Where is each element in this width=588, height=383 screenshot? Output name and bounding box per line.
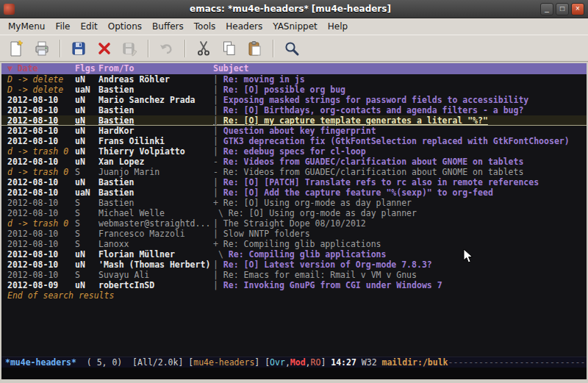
thread-prefix: | — [213, 74, 223, 85]
message-from: Michael Welle — [98, 208, 213, 218]
message-flags: uaN — [75, 187, 98, 198]
message-from: Xan Lopez — [98, 157, 213, 167]
subject-text: Re: [O] my capture template generates a … — [223, 115, 488, 126]
message-date-or-mark: 2012-08-10 — [1, 208, 75, 218]
subject-text: Re: [O] Using org-mode as day planner — [223, 198, 412, 208]
message-from: Andreas Röhler — [98, 74, 213, 85]
thread-prefix: | — [213, 136, 223, 146]
message-flags: uN — [75, 126, 98, 136]
menu-file[interactable]: File — [50, 19, 75, 34]
search-icon[interactable] — [280, 37, 304, 60]
window-title: emacs: *mu4e-headers* [mu4e-headers] — [44, 4, 537, 14]
menu-buffers[interactable]: Buffers — [147, 19, 189, 34]
message-from: Bastien — [98, 85, 213, 95]
toolbar — [0, 35, 588, 62]
modeline-bracket: [ — [265, 357, 270, 368]
message-subject: | Re: [O] Add the capture feature "%(sex… — [213, 187, 587, 198]
cut-icon[interactable] — [192, 37, 215, 60]
subject-text: Re: edebug specs for cl-loop — [223, 146, 366, 157]
print-icon[interactable] — [30, 37, 54, 60]
column-header-from[interactable]: From/To — [98, 63, 213, 74]
thread-prefix: | — [213, 85, 223, 95]
modeline-position: ( 5, 0) — [76, 357, 132, 368]
message-from: webmaster@straightd... — [98, 218, 213, 229]
message-subject: \ Re: Compiling glib applications — [213, 249, 587, 259]
menu-yasnippet[interactable]: YASnippet — [268, 19, 323, 34]
message-row[interactable]: 2012-08-10 uN 'Mash (Thomas Herbert) | R… — [1, 259, 587, 270]
save-as-icon[interactable] — [118, 37, 142, 60]
modeline: *mu4e-headers* ( 5, 0) [All/2.0k] [ mu4e… — [1, 357, 587, 368]
message-row[interactable]: D -> delete uaN Bastien | Re: [O] possib… — [1, 85, 587, 95]
kill-buffer-icon[interactable] — [93, 37, 116, 60]
thread-prefix: | — [213, 177, 223, 187]
minibuffer[interactable] — [1, 368, 587, 379]
message-from: Bastien — [98, 177, 213, 187]
message-row[interactable]: 2012-08-10 uN Mario Sanchez Prada | Expo… — [1, 95, 587, 105]
message-flags: S — [75, 218, 98, 229]
menu-tools[interactable]: Tools — [189, 19, 221, 34]
message-row[interactable]: 2012-08-10 uaN Bastien | Re: [O] Add the… — [1, 187, 587, 198]
message-subject: | The Straight Dope 08/10/2012 — [213, 218, 587, 229]
message-subject: | Exposing masked strings for password f… — [213, 95, 587, 105]
subject-text: Re: [O] [PATCH] Translate refs to rc als… — [223, 177, 539, 187]
mu4e-headers-buffer: ▼ Date Flgs From/To Subject D -> delete … — [1, 63, 587, 379]
column-header-subject[interactable]: Subject — [213, 63, 587, 74]
message-subject: | Re: edebug specs for cl-loop — [213, 146, 587, 157]
new-file-icon[interactable] — [4, 37, 28, 60]
thread-prefix: | — [213, 270, 223, 280]
thread-prefix: + — [213, 239, 223, 249]
message-row[interactable]: 2012-08-10 S Francesco Mazzoli | Slow NN… — [1, 229, 587, 239]
emacs-window: emacs: *mu4e-headers* [mu4e-headers] _ □… — [0, 0, 588, 383]
menu-headers[interactable]: Headers — [220, 19, 268, 34]
message-flags: uN — [75, 115, 98, 126]
message-flags: S — [75, 167, 98, 177]
subject-text: Re: Compiling glib applications — [223, 239, 381, 249]
message-row[interactable]: d -> trash 0 S Juanjo Marin - Re: Videos… — [1, 167, 587, 177]
message-row[interactable]: d -> trash 0 uN Thierry Volpiatto | Re: … — [1, 146, 587, 157]
message-flags: S — [75, 270, 98, 280]
message-row[interactable]: 2012-08-10 S Suvayu Ali | Re: Emacs for … — [1, 270, 587, 280]
column-header-flags[interactable]: Flgs — [75, 63, 98, 74]
message-row[interactable]: D -> delete uN Andreas Röhler | Re: movi… — [1, 74, 587, 85]
message-row[interactable]: 2012-08-10 S Lanoxx + Re: Compiling glib… — [1, 239, 587, 249]
message-row[interactable]: 2012-08-10 uN Bastien | Re: [O] [PATCH] … — [1, 177, 587, 187]
paste-icon[interactable] — [243, 37, 267, 60]
close-button[interactable]: × — [571, 3, 584, 15]
thread-prefix: | — [213, 280, 223, 290]
menubar: MyMenu File Edit Options Buffers Tools H… — [0, 18, 588, 35]
message-row[interactable]: 2012-08-10 uN Frans Oilinki | GTK3 depre… — [1, 136, 587, 146]
message-row[interactable]: 2012-08-10 uN Xan Lopez - Re: Videos fro… — [1, 157, 587, 167]
message-row[interactable]: 2012-08-10 S Michael Welle \ Re: [O] Usi… — [1, 208, 587, 218]
thread-prefix: | — [213, 259, 223, 270]
menu-help[interactable]: Help — [323, 19, 353, 34]
thread-prefix: | — [213, 218, 223, 229]
subject-text: Question about key fingerprint — [223, 126, 376, 136]
toolbar-separator — [184, 40, 186, 57]
message-from: 'Mash (Thomas Herbert) — [98, 259, 213, 270]
message-row[interactable]: 2012-08-10 uN HardKor | Question about k… — [1, 126, 587, 136]
menu-options[interactable]: Options — [103, 19, 147, 34]
message-subject: + Re: [O] Using org-mode as day planner — [213, 198, 587, 208]
message-from: Bastien — [98, 105, 213, 115]
save-icon[interactable] — [67, 37, 90, 60]
thread-prefix: | — [213, 146, 223, 157]
modeline-buffer-name: *mu4e-headers* — [5, 357, 76, 368]
message-row[interactable]: 2012-08-10 S Bastien + Re: [O] Using org… — [1, 198, 587, 208]
undo-icon[interactable] — [155, 37, 179, 60]
message-row[interactable]: 2012-08-10 uN Bastien | Re: [O] my captu… — [1, 115, 587, 126]
copy-icon[interactable] — [218, 37, 241, 60]
column-header-date[interactable]: ▼ Date — [1, 63, 75, 74]
message-date-or-mark: 2012-08-10 — [1, 187, 75, 198]
minimize-button[interactable]: _ — [540, 3, 553, 15]
thread-prefix: \ — [213, 208, 229, 218]
menu-edit[interactable]: Edit — [76, 19, 103, 34]
message-row[interactable]: 2012-08-10 uN Bastien | Re: [O] Birthday… — [1, 105, 587, 115]
titlebar[interactable]: emacs: *mu4e-headers* [mu4e-headers] _ □… — [0, 0, 588, 18]
menu-mymenu[interactable]: MyMenu — [3, 19, 50, 34]
maximize-button[interactable]: □ — [556, 3, 569, 15]
message-row[interactable]: d -> trash 0 S webmaster@straightd... | … — [1, 218, 587, 229]
message-date-or-mark: 2012-08-10 — [1, 177, 75, 187]
message-row[interactable]: 2012-08-09 uN robertcInSD | Re: Invoking… — [1, 280, 587, 290]
message-row[interactable]: 2012-08-10 uN Florian Müllner \ Re: Comp… — [1, 249, 587, 259]
toolbar-separator — [60, 40, 61, 57]
